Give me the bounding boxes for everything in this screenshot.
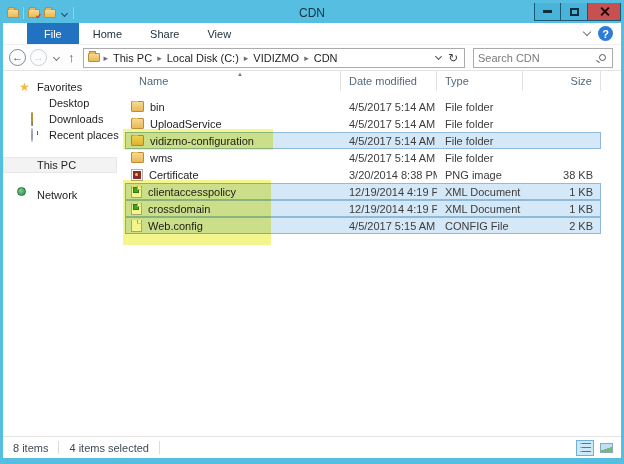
file-date: 4/5/2017 5:15 AM (341, 220, 437, 232)
sidebar-label: This PC (37, 159, 76, 171)
file-size: 2 KB (523, 220, 601, 232)
table-row[interactable]: wms 4/5/2017 5:14 AM File folder (125, 149, 601, 166)
column-header-type[interactable]: Type (437, 71, 523, 91)
table-row[interactable]: UploadService 4/5/2017 5:14 AM File fold… (125, 115, 601, 132)
minimize-icon (543, 10, 552, 13)
config-file-icon (131, 220, 142, 232)
properties-icon[interactable] (28, 9, 40, 18)
sidebar-item-downloads[interactable]: Downloads (3, 111, 121, 127)
items-count: 8 items (13, 442, 48, 454)
sidebar-item-recent-places[interactable]: Recent places (3, 127, 121, 143)
folder-icon (131, 118, 144, 129)
folder-icon (131, 101, 144, 112)
file-name: wms (150, 152, 173, 164)
chevron-down-icon[interactable] (61, 9, 68, 16)
thumbnails-view-button[interactable] (597, 440, 615, 456)
folder-icon (131, 135, 144, 146)
close-button[interactable] (588, 3, 621, 21)
table-row[interactable]: crossdomain 12/19/2014 4:19 PM XML Docum… (125, 200, 601, 217)
file-date: 4/5/2017 5:14 AM (341, 101, 437, 113)
table-row[interactable]: clientaccesspolicy 12/19/2014 4:19 PM XM… (125, 183, 601, 200)
breadcrumb-separator: ▸ (104, 53, 109, 63)
details-view-icon (580, 443, 591, 452)
sidebar-item-this-pc[interactable]: This PC (3, 157, 117, 173)
close-icon (599, 6, 610, 17)
file-date: 4/5/2017 5:14 AM (341, 135, 437, 147)
breadcrumb-separator: ▸ (157, 53, 162, 63)
navigation-pane: ★ Favorites Desktop Downloads Recent pla… (3, 71, 121, 436)
details-view-button[interactable] (576, 440, 594, 456)
file-name: vidizmo-configuration (150, 135, 254, 147)
expand-ribbon-icon[interactable] (583, 28, 591, 36)
main-area: ★ Favorites Desktop Downloads Recent pla… (3, 71, 621, 436)
refresh-icon[interactable]: ↻ (448, 52, 458, 64)
address-dropdown-icon[interactable] (435, 53, 442, 60)
file-name: Certificate (149, 169, 199, 181)
column-header-size[interactable]: Size (523, 71, 601, 91)
help-icon[interactable]: ? (598, 26, 613, 41)
column-header-date-modified[interactable]: Date modified (341, 71, 437, 91)
ribbon-tab-bar: File Home Share View ? (3, 23, 621, 45)
file-size: 38 KB (523, 169, 601, 181)
column-header-name[interactable]: Name (125, 71, 341, 91)
sidebar-label: Downloads (49, 113, 103, 125)
search-icon[interactable] (599, 54, 606, 61)
tab-share[interactable]: Share (136, 23, 193, 44)
minimize-button[interactable] (534, 3, 561, 21)
address-bar[interactable]: ▸ This PC ▸ Local Disk (C:) ▸ VIDIZMO ▸ … (83, 48, 466, 68)
breadcrumb-this-pc[interactable]: This PC (110, 52, 155, 64)
png-image-icon (131, 169, 143, 181)
up-button[interactable]: ↑ (68, 50, 75, 65)
divider (159, 441, 160, 454)
tab-view[interactable]: View (193, 23, 245, 44)
tab-file[interactable]: File (27, 23, 79, 44)
breadcrumb-cdn[interactable]: CDN (311, 52, 341, 64)
recent-locations-icon[interactable] (53, 54, 60, 61)
file-name: crossdomain (148, 203, 210, 215)
file-name: clientaccesspolicy (148, 186, 236, 198)
sidebar-item-favorites[interactable]: ★ Favorites (3, 79, 121, 95)
file-size: 1 KB (523, 186, 601, 198)
breadcrumb-local-disk[interactable]: Local Disk (C:) (164, 52, 242, 64)
column-headers: ▲ Name Date modified Type Size (125, 71, 621, 91)
file-type: PNG image (437, 169, 523, 181)
file-name: UploadService (150, 118, 222, 130)
sidebar-label: Recent places (49, 129, 119, 141)
file-list: ▲ Name Date modified Type Size bin 4/5/2… (121, 71, 621, 436)
file-type: File folder (437, 135, 523, 147)
file-name: Web.config (148, 220, 203, 232)
table-row[interactable]: vidizmo-configuration 4/5/2017 5:14 AM F… (125, 132, 601, 149)
divider (58, 441, 59, 454)
sidebar-item-network[interactable]: Network (3, 187, 121, 203)
recent-places-icon (31, 128, 33, 142)
file-type: File folder (437, 101, 523, 113)
file-rows: bin 4/5/2017 5:14 AM File folder UploadS… (125, 98, 621, 234)
explorer-window: CDN File Home Share View ? ← → ↑ ▸ This … (0, 0, 624, 464)
downloads-icon (31, 112, 33, 126)
search-box (473, 48, 613, 68)
quick-access-toolbar (3, 7, 74, 19)
table-row[interactable]: Certificate 3/20/2014 8:38 PM PNG image … (125, 166, 601, 183)
sidebar-item-desktop[interactable]: Desktop (3, 95, 121, 111)
search-input[interactable] (478, 52, 599, 64)
maximize-button[interactable] (561, 3, 588, 21)
file-type: CONFIG File (437, 220, 523, 232)
file-type: XML Document (437, 203, 523, 215)
star-icon: ★ (19, 81, 32, 93)
breadcrumb-separator: ▸ (244, 53, 249, 63)
status-bar: 8 items 4 items selected (3, 436, 621, 458)
new-folder-icon[interactable] (44, 9, 56, 18)
sidebar-label: Network (37, 189, 77, 201)
window-controls (534, 3, 621, 21)
title-bar: CDN (3, 3, 621, 23)
table-row[interactable]: Web.config 4/5/2017 5:15 AM CONFIG File … (125, 217, 601, 234)
back-button[interactable]: ← (9, 49, 26, 66)
tab-home[interactable]: Home (79, 23, 136, 44)
folder-icon[interactable] (7, 9, 19, 18)
file-size: 1 KB (523, 203, 601, 215)
breadcrumb-vidizmo[interactable]: VIDIZMO (250, 52, 302, 64)
file-type: XML Document (437, 186, 523, 198)
table-row[interactable]: bin 4/5/2017 5:14 AM File folder (125, 98, 601, 115)
selected-count: 4 items selected (69, 442, 148, 454)
forward-button[interactable]: → (30, 49, 47, 66)
